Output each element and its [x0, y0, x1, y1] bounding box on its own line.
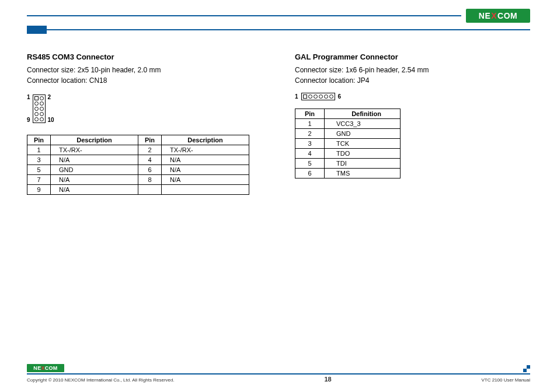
brand-logo: NEXCOM	[466, 9, 530, 23]
pin-label-9: 9	[27, 117, 30, 123]
footer-logo: NEXCOM	[27, 364, 64, 372]
pin-table-10: Pin Description Pin Description 1TX-/RX-…	[27, 135, 249, 195]
table-row: 3TCK	[295, 139, 401, 149]
table-row: 9N/A	[27, 185, 249, 195]
pin-label-1: 1	[27, 94, 30, 100]
pin-label-1: 1	[295, 93, 298, 100]
section-title: RS485 COM3 Connector	[27, 52, 262, 61]
table-row: 4TDO	[295, 149, 401, 159]
section-title: GAL Programmer Connector	[295, 52, 530, 61]
table-row: 1VCC3_3	[295, 119, 401, 129]
pinout-diagram-6pin: 1 6	[295, 93, 530, 100]
brand-post: COM	[497, 11, 517, 20]
th-desc2: Description	[162, 135, 249, 145]
table-row: 6TMS	[295, 169, 401, 178]
th-pin: Pin	[295, 109, 325, 119]
table-row: 2GND	[295, 129, 401, 139]
table-row: 1TX-/RX-2TX-/RX-	[27, 145, 249, 155]
page-tab-icon	[27, 26, 47, 34]
table-row: 7N/A8N/A	[27, 175, 249, 185]
th-desc: Description	[51, 135, 138, 145]
connector-location: Connector location: CN18	[27, 75, 262, 86]
pin-label-2: 2	[48, 94, 54, 100]
section-rs485: RS485 COM3 Connector Connector size: 2x5…	[27, 52, 262, 195]
corner-icon	[523, 365, 530, 372]
pinout-diagram-10pin: 1 9 2 10	[27, 94, 54, 123]
pin-label-10: 10	[48, 117, 54, 123]
page-number: 18	[324, 376, 331, 383]
table-row: 5TDI	[295, 159, 401, 169]
header-rule	[27, 15, 461, 16]
header-10pin-icon	[33, 94, 46, 123]
brand-pre: NE	[479, 11, 490, 20]
table-row: 3N/A4N/A	[27, 155, 249, 165]
header-6pin-icon	[301, 93, 335, 100]
content-area: RS485 COM3 Connector Connector size: 2x5…	[27, 52, 530, 195]
pin-label-6: 6	[338, 93, 342, 100]
brand-mid: X	[491, 11, 497, 20]
footer-rule	[27, 373, 530, 374]
header-bar: NEXCOM	[27, 10, 530, 21]
manual-name: VTC 2100 User Manual	[481, 377, 530, 383]
section-gal: GAL Programmer Connector Connector size:…	[295, 52, 530, 195]
connector-size: Connector size: 2x5 10-pin header, 2.0 m…	[27, 65, 262, 75]
th-def: Definition	[325, 109, 401, 119]
page-tab-rule	[47, 29, 530, 30]
copyright-text: Copyright © 2010 NEXCOM International Co…	[27, 377, 175, 383]
connector-location: Connector location: JP4	[295, 75, 530, 86]
th-pin2: Pin	[138, 135, 162, 145]
pin-table-6: Pin Definition 1VCC3_3 2GND 3TCK 4TDO 5T…	[295, 108, 401, 178]
connector-size: Connector size: 1x6 6-pin header, 2.54 m…	[295, 65, 530, 75]
page-footer: NEXCOM Copyright © 2010 NEXCOM Internati…	[27, 364, 530, 383]
table-row: 5GND6N/A	[27, 165, 249, 175]
th-pin: Pin	[27, 135, 51, 145]
